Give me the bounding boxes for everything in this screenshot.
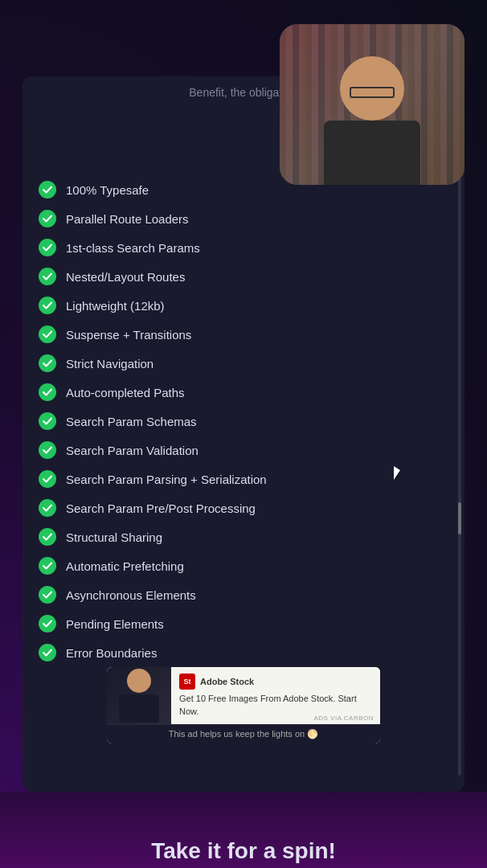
check-icon-pending-elements	[39, 615, 56, 633]
feature-label-strict-nav: Strict Navigation	[66, 357, 153, 371]
adobe-stock-logo: St	[179, 674, 195, 690]
check-icon-structural	[39, 528, 56, 546]
person-body	[324, 121, 420, 185]
ad-content: St Adobe Stock Get 10 Free Images From A…	[171, 667, 380, 724]
feature-list: 100% Typesafe Parallel Route Loaders 1st…	[39, 181, 448, 673]
check-icon-typesafe	[39, 181, 56, 199]
feature-label-search-prepost: Search Param Pre/Post Processing	[66, 502, 256, 515]
feature-item-suspense: Suspense + Transitions	[39, 326, 448, 343]
feature-label-search-parsing: Search Param Parsing + Serialization	[66, 473, 267, 486]
feature-label-error-boundaries: Error Boundaries	[66, 646, 157, 660]
scrollbar-thumb[interactable]	[458, 502, 461, 534]
person-silhouette	[308, 56, 436, 185]
feature-item-error-boundaries: Error Boundaries	[39, 644, 448, 661]
feature-label-search-schemas: Search Param Schemas	[66, 415, 197, 428]
feature-item-strict-nav: Strict Navigation	[39, 354, 448, 372]
feature-label-auto-paths: Auto-completed Paths	[66, 386, 185, 399]
check-icon-nested-layout	[39, 268, 56, 285]
feature-label-structural: Structural Sharing	[66, 530, 162, 544]
check-icon-prefetching	[39, 557, 56, 575]
feature-item-auto-paths: Auto-completed Paths	[39, 383, 448, 401]
video-content	[280, 24, 464, 185]
feature-item-lightweight: Lightweight (12kb)	[39, 297, 448, 314]
feature-label-async-elements: Asynchronous Elements	[66, 588, 196, 602]
check-icon-search-validation	[39, 441, 56, 459]
check-icon-search-prepost	[39, 499, 56, 517]
feature-item-nested-layout: Nested/Layout Routes	[39, 268, 448, 285]
ad-brand-row: St Adobe Stock	[179, 674, 372, 690]
person-head	[340, 56, 404, 121]
ad-notice: This ad helps us keep the lights on 🌕	[107, 724, 380, 743]
feature-item-parallel-route: Parallel Route Loaders	[39, 210, 448, 227]
ad-via: ADS VIA CARBON	[313, 714, 374, 722]
check-icon-auto-paths	[39, 383, 56, 401]
feature-item-search-parsing: Search Param Parsing + Serialization	[39, 470, 448, 488]
feature-label-search-validation: Search Param Validation	[66, 444, 198, 457]
feature-label-nested-layout: Nested/Layout Routes	[66, 270, 185, 284]
check-icon-search-parsing	[39, 470, 56, 488]
feature-label-pending-elements: Pending Elements	[66, 617, 164, 631]
check-icon-error-boundaries	[39, 644, 56, 661]
feature-item-async-elements: Asynchronous Elements	[39, 586, 448, 604]
feature-label-prefetching: Automatic Prefetching	[66, 559, 184, 573]
feature-item-pending-elements: Pending Elements	[39, 615, 448, 633]
check-icon-search-params	[39, 239, 56, 256]
check-icon-lightweight	[39, 297, 56, 314]
check-icon-search-schemas	[39, 412, 56, 430]
scrollbar[interactable]	[458, 92, 461, 776]
person-glasses	[350, 87, 395, 98]
ad-thumbnail	[107, 667, 171, 724]
feature-item-search-params: 1st-class Search Params	[39, 239, 448, 256]
check-icon-parallel-route	[39, 210, 56, 227]
feature-item-search-prepost: Search Param Pre/Post Processing	[39, 499, 448, 517]
feature-label-search-params: 1st-class Search Params	[66, 241, 200, 255]
check-icon-async-elements	[39, 586, 56, 604]
feature-label-suspense: Suspense + Transitions	[66, 328, 191, 342]
feature-item-search-validation: Search Param Validation	[39, 441, 448, 459]
feature-label-typesafe: 100% Typesafe	[66, 183, 149, 197]
check-icon-suspense	[39, 326, 56, 343]
video-pip	[280, 24, 464, 185]
feature-label-parallel-route: Parallel Route Loaders	[66, 212, 189, 226]
feature-item-search-schemas: Search Param Schemas	[39, 412, 448, 430]
ad-card-inner: St Adobe Stock Get 10 Free Images From A…	[107, 667, 380, 724]
bottom-cta: Take it for a spin!	[0, 838, 487, 864]
check-icon-strict-nav	[39, 354, 56, 372]
feature-item-structural: Structural Sharing	[39, 528, 448, 546]
feature-item-prefetching: Automatic Prefetching	[39, 557, 448, 575]
ad-brand-name: Adobe Stock	[200, 677, 254, 686]
ad-card[interactable]: St Adobe Stock Get 10 Free Images From A…	[107, 667, 380, 743]
feature-label-lightweight: Lightweight (12kb)	[66, 299, 165, 313]
